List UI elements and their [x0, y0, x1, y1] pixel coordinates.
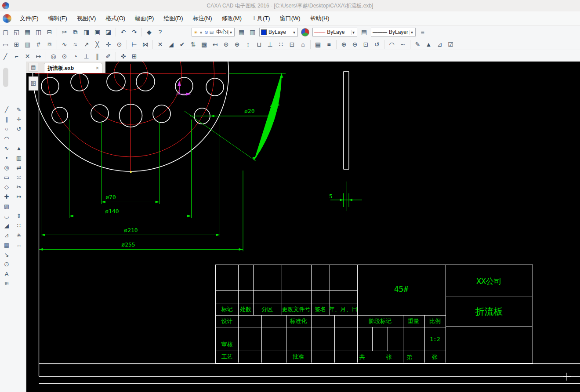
text-tool-icon[interactable]: A — [1, 269, 12, 279]
fill-triangle-icon[interactable]: ▲ — [13, 143, 25, 153]
menu-item[interactable]: 编辑(E) — [44, 13, 72, 24]
arrow-tool-icon[interactable]: ↘ — [1, 250, 12, 259]
explode-icon[interactable]: ✳ — [13, 230, 25, 240]
scale-icon[interactable]: ⇕ — [13, 211, 25, 221]
print-icon[interactable]: ⊟ — [44, 27, 55, 37]
delete-segment-icon[interactable]: ✕ — [22, 51, 33, 62]
layer-tools-icon[interactable]: ▥ — [247, 27, 258, 37]
trim-scissors-icon[interactable]: ✂ — [13, 182, 25, 192]
measure-icon[interactable]: ⊞ — [129, 51, 140, 62]
chevron-down-icon[interactable]: ▾ — [410, 30, 414, 35]
menu-item[interactable]: 窗口(W) — [275, 13, 305, 24]
color-combo[interactable]: ByLaye ▾ — [259, 28, 298, 36]
ellipse-icon[interactable]: ◎ — [1, 163, 12, 172]
layer-manager-icon[interactable]: ▦ — [236, 27, 247, 37]
extend-line-icon[interactable]: ↦ — [13, 192, 25, 201]
pattern-icon[interactable]: ∷ — [276, 39, 286, 50]
angle-icon[interactable]: ⊿ — [434, 39, 445, 50]
menu-item[interactable]: 帮助(H) — [305, 13, 334, 24]
equidistant-icon[interactable]: ≍ — [13, 172, 25, 182]
modify-icon[interactable]: ⊛ — [221, 39, 232, 50]
tangent-icon[interactable]: ◔ — [70, 51, 81, 62]
layers-icon[interactable]: ≡ — [323, 39, 334, 50]
trim-icon[interactable]: ╱ — [0, 51, 11, 62]
circle-center-icon[interactable]: ◎ — [48, 51, 59, 62]
menu-item[interactable]: 绘图(D) — [159, 13, 188, 24]
check-icon[interactable]: ✔ — [177, 39, 188, 50]
zoom-window-icon[interactable]: ⧈ — [44, 39, 55, 50]
parallel-line-icon[interactable]: ∥ — [1, 114, 12, 124]
spline-curve-icon[interactable]: ∿ — [1, 143, 12, 153]
text-style-icon[interactable]: ⊢ — [129, 39, 140, 50]
document-list-icon[interactable]: ▤ — [29, 63, 38, 72]
cut-icon[interactable]: ✂ — [59, 27, 70, 37]
erase-icon[interactable]: ↤ — [210, 39, 221, 50]
library-panel-button[interactable]: 图 — [29, 76, 38, 91]
break-icon[interactable]: ╳ — [92, 39, 103, 50]
polygon-icon[interactable]: ◇ — [1, 182, 12, 192]
stretch-tool-icon[interactable]: ↔ — [13, 240, 25, 250]
drawing-area[interactable]: ø20 40° ø70 — [26, 62, 580, 392]
extend-icon[interactable]: ↦ — [33, 51, 44, 62]
circle-icon[interactable]: ○ — [1, 124, 12, 134]
linetype-manager-icon[interactable]: ▤ — [359, 27, 370, 37]
fill-icon[interactable]: ▲ — [423, 39, 434, 50]
centerline-icon[interactable]: ✚ — [1, 192, 12, 201]
table-icon[interactable]: ⋈ — [140, 39, 151, 50]
menu-item[interactable]: 视图(V) — [72, 13, 101, 24]
toolbar-grip[interactable] — [3, 68, 8, 87]
copy-icon[interactable]: ⧉ — [70, 27, 81, 37]
hatch-icon[interactable]: ▩ — [199, 39, 210, 50]
probe-icon[interactable]: ✜ — [118, 51, 129, 62]
title-block-icon[interactable]: ⊞ — [11, 39, 22, 50]
lineweight-combo[interactable]: ——— ByLayer ▾ — [371, 28, 416, 36]
hatch-fill-icon[interactable]: ▨ — [1, 201, 12, 211]
paste-icon[interactable]: ▣ — [92, 27, 103, 37]
grid-fill-icon[interactable]: ▥ — [13, 153, 25, 163]
open-file-icon[interactable]: ◱ — [11, 27, 22, 37]
help-icon[interactable]: ? — [155, 27, 166, 37]
new-file-icon[interactable]: ▢ — [0, 27, 11, 37]
arrow-icon[interactable]: ↗ — [81, 39, 92, 50]
array-icon[interactable]: ∷ — [13, 221, 25, 230]
point-icon[interactable]: • — [1, 153, 12, 163]
block-tool-icon[interactable]: ▦ — [1, 240, 12, 250]
arc-icon[interactable]: ◠ — [1, 134, 12, 143]
redo-icon[interactable]: ↷ — [129, 27, 140, 37]
sketch-pen-icon[interactable]: ✎ — [13, 105, 25, 114]
zoom-out-icon[interactable]: ⊖ — [349, 39, 360, 50]
dynamic-icon[interactable]: ∼ — [397, 39, 408, 50]
parameter-bar-icon[interactable]: ▥ — [22, 39, 33, 50]
close-icon[interactable]: × — [96, 65, 99, 71]
delete-icon[interactable]: ✕ — [155, 39, 166, 50]
menu-item[interactable]: 格式(O) — [101, 13, 130, 24]
zoom-previous-icon[interactable]: ↺ — [371, 39, 382, 50]
block-icon[interactable]: ⊡ — [286, 39, 297, 50]
circle-tool-icon[interactable]: ⊙ — [114, 39, 125, 50]
rectangle-icon[interactable]: ▭ — [1, 172, 12, 182]
document-tab[interactable]: 折流板.exb × — [44, 63, 102, 73]
dimension-icon[interactable]: ⊕ — [232, 39, 243, 50]
frame-settings-icon[interactable]: ▭ — [0, 39, 11, 50]
undo-icon[interactable]: ↶ — [118, 27, 129, 37]
corner-trim-icon[interactable]: ⌐ — [11, 51, 22, 62]
datum-icon[interactable]: ⊥ — [265, 39, 276, 50]
wedge-tool-icon[interactable]: ⊿ — [1, 230, 12, 240]
chamfer-icon[interactable]: ◢ — [1, 221, 12, 230]
menu-item[interactable]: 工具(T) — [246, 13, 275, 24]
perpendicular-icon[interactable]: ⊥ — [81, 51, 92, 62]
options-check-icon[interactable]: ☑ — [445, 39, 456, 50]
arc-tool-icon[interactable]: ◠ — [386, 39, 397, 50]
ole-object-icon[interactable]: ◆ — [144, 27, 155, 37]
move-icon[interactable]: ✛ — [13, 114, 25, 124]
parallel-tool-icon[interactable]: ∥ — [92, 51, 103, 62]
wave-line-icon[interactable]: ≈ — [70, 39, 81, 50]
leader-icon[interactable]: ✐ — [103, 51, 114, 62]
linetype-combo[interactable]: —·—· ByLaye ▾ — [312, 28, 357, 36]
menu-item[interactable]: 修改(M) — [217, 13, 247, 24]
weld-icon[interactable]: ⊔ — [254, 39, 265, 50]
chevron-down-icon[interactable]: ▾ — [351, 30, 355, 35]
hole-tool-icon[interactable]: ∅ — [1, 259, 12, 269]
color-palette-icon[interactable] — [301, 28, 309, 36]
mirror-icon[interactable]: ⇄ — [13, 163, 25, 172]
